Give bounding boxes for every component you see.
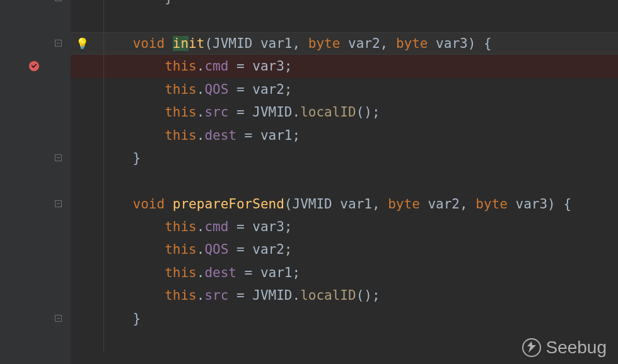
gutter-line[interactable]: [0, 238, 71, 261]
indent-guide: [103, 284, 104, 307]
fold-end-icon[interactable]: [55, 315, 62, 322]
token-method-call: localID: [300, 288, 356, 303]
token-type: JVMID: [292, 196, 332, 212]
token-kw: this: [165, 265, 197, 280]
token-punct: [101, 242, 165, 257]
gutter-line[interactable]: [0, 215, 71, 238]
token-field: dest: [204, 265, 236, 280]
indent-guide: [103, 78, 104, 101]
fold-collapse-icon[interactable]: [55, 40, 62, 47]
indent-guide: [103, 193, 104, 215]
token-kw: this: [165, 219, 197, 234]
gutter-line[interactable]: [0, 101, 71, 123]
indent-guide: [103, 261, 104, 284]
gutter-line[interactable]: [0, 9, 71, 31]
token-kw: void: [133, 36, 165, 51]
code-line[interactable]: this.QOS = var2;: [71, 78, 618, 101]
gutter-line[interactable]: [0, 123, 71, 146]
token-punct: ,: [372, 196, 388, 212]
token-punct: var3: [508, 196, 547, 212]
token-punct: [101, 105, 165, 120]
code-line[interactable]: 💡 void init(JVMID var1, byte var2, byte …: [71, 32, 618, 55]
token-kw: void: [133, 196, 165, 212]
token-field: QOS: [204, 82, 228, 97]
token-punct: =: [228, 288, 252, 303]
indent-guide: [103, 215, 104, 238]
code-line[interactable]: this.dest = var1;: [71, 261, 618, 284]
token-punct: = var1;: [236, 265, 300, 280]
token-kw: byte: [396, 36, 428, 51]
code-editor[interactable]: }💡 void init(JVMID var1, byte var2, byte…: [0, 0, 618, 364]
gutter-line[interactable]: [0, 78, 71, 101]
token-punct: .: [197, 128, 205, 143]
code-line[interactable]: this.dest = var1;: [71, 123, 618, 146]
gutter-line[interactable]: [0, 261, 71, 284]
code-line[interactable]: this.src = JVMID.localID();: [71, 101, 618, 123]
gutter-line[interactable]: [0, 0, 71, 9]
token-kw: this: [165, 288, 197, 303]
breakpoint-icon[interactable]: [29, 61, 39, 71]
token-punct: [101, 82, 165, 97]
fold-end-icon[interactable]: [55, 0, 62, 1]
gutter-line[interactable]: [0, 193, 71, 215]
indent-guide: [103, 55, 104, 77]
token-punct: var2: [420, 196, 460, 212]
token-punct: ();: [356, 105, 380, 120]
token-punct: .: [292, 288, 300, 303]
token-method-decl-caret: init: [173, 36, 205, 51]
token-type: JVMID: [252, 288, 292, 303]
code-line[interactable]: }: [71, 307, 618, 329]
token-punct: var2: [340, 36, 380, 51]
code-line[interactable]: }: [71, 147, 618, 169]
code-line[interactable]: this.src = JVMID.localID();: [71, 284, 618, 307]
indent-guide: [103, 9, 104, 31]
code-area[interactable]: }💡 void init(JVMID var1, byte var2, byte…: [71, 0, 618, 364]
fold-end-icon[interactable]: [55, 154, 62, 161]
token-punct: (: [284, 196, 293, 212]
token-punct: ,: [293, 36, 308, 51]
token-punct: ) {: [468, 36, 492, 51]
code-content: void prepareForSend(JVMID var1, byte var…: [71, 196, 571, 212]
gutter-line[interactable]: [0, 284, 71, 307]
intention-bulb-icon[interactable]: 💡: [76, 37, 89, 50]
token-kw: this: [165, 242, 197, 257]
code-line[interactable]: this.QOS = var2;: [71, 238, 618, 261]
code-line[interactable]: }: [71, 0, 618, 9]
token-punct: .: [197, 242, 205, 257]
indent-guide: [103, 123, 104, 146]
gutter-line[interactable]: [0, 169, 71, 192]
token-punct: = var2;: [228, 82, 292, 97]
code-content: }: [71, 311, 141, 326]
token-punct: var1: [332, 196, 372, 212]
code-line[interactable]: [71, 9, 618, 31]
code-line[interactable]: this.cmd = var3;: [71, 55, 618, 77]
token-punct: = var3;: [228, 219, 292, 234]
fold-collapse-icon[interactable]: [55, 200, 62, 207]
token-punct: = var3;: [228, 59, 292, 74]
token-punct: [101, 128, 165, 143]
gutter-line[interactable]: [0, 32, 71, 55]
token-punct: var1: [252, 36, 292, 51]
token-punct: [101, 59, 165, 74]
code-line[interactable]: void prepareForSend(JVMID var1, byte var…: [71, 193, 618, 215]
code-line[interactable]: this.cmd = var3;: [71, 215, 618, 238]
editor-gutter[interactable]: [0, 0, 71, 364]
token-punct: [101, 265, 165, 280]
token-method-call: localID: [300, 105, 356, 120]
code-line[interactable]: [71, 169, 618, 192]
indent-guide: [103, 101, 104, 123]
token-field: cmd: [204, 59, 228, 74]
code-content: this.src = JVMID.localID();: [71, 288, 380, 303]
gutter-line[interactable]: [0, 330, 71, 353]
gutter-line[interactable]: [0, 147, 71, 169]
token-punct: [101, 219, 165, 234]
seebug-logo-icon: [522, 338, 542, 358]
token-punct: [165, 196, 173, 212]
indent-guide: [103, 32, 104, 55]
gutter-line[interactable]: [0, 307, 71, 329]
code-content: this.dest = var1;: [71, 128, 300, 143]
gutter-line[interactable]: [0, 55, 71, 77]
token-punct: = var1;: [236, 128, 300, 143]
code-content: this.src = JVMID.localID();: [71, 105, 380, 120]
token-punct: [165, 36, 173, 51]
